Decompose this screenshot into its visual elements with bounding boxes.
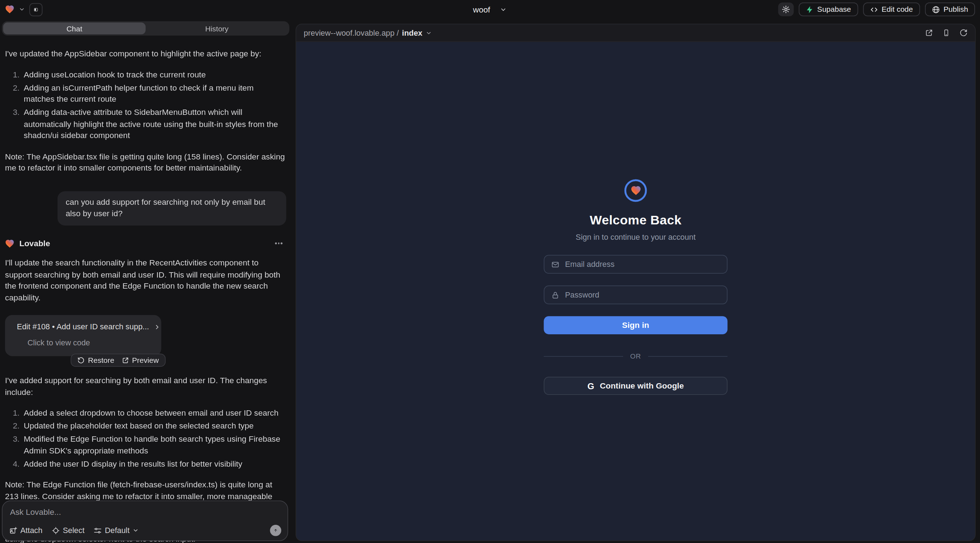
chat-composer[interactable]: Ask Lovable... Attach Select Default — [2, 500, 288, 541]
or-text: OR — [630, 352, 641, 360]
lock-icon — [551, 291, 560, 299]
list-item: Adding an isCurrentPath helper function … — [22, 82, 286, 105]
refresh-preview-button[interactable] — [959, 29, 967, 37]
email-placeholder: Email address — [565, 260, 614, 269]
assistant-name: Lovable — [19, 238, 50, 249]
settings-button[interactable] — [778, 3, 794, 16]
arrow-up-icon — [274, 527, 278, 534]
list-item: Adding useLocation hook to track the cur… — [22, 69, 286, 81]
code-brackets-icon — [870, 5, 878, 14]
external-link-icon — [122, 357, 129, 364]
topbar-left-group — [5, 3, 43, 16]
mode-selector-button[interactable]: Default — [94, 526, 139, 535]
tab-history[interactable]: History — [146, 22, 288, 34]
edit-card-actions: Restore Preview — [71, 354, 165, 367]
edit-code-card[interactable]: Edit #108 • Add user ID search supp... C… — [5, 315, 161, 356]
preview-panel: preview--woof.lovable.app / index — [296, 24, 975, 541]
heart-logo-icon — [630, 186, 641, 195]
composer-placeholder: Ask Lovable... — [10, 507, 280, 517]
app-logo-badge — [625, 179, 647, 202]
chat-panel: Chat History I've updated the AppSidebar… — [0, 19, 291, 543]
mobile-view-button[interactable] — [943, 29, 950, 37]
list-item: Modified the Edge Function to handle bot… — [22, 433, 286, 457]
toggle-sidebar-button[interactable] — [29, 3, 43, 16]
refresh-icon — [959, 29, 967, 37]
restore-label: Restore — [88, 356, 115, 365]
project-switcher[interactable]: woof — [473, 5, 507, 14]
edit-card-title-row: Edit #108 • Add user ID search supp... — [12, 321, 154, 332]
supabase-label: Supabase — [817, 5, 851, 14]
select-element-button[interactable]: Select — [52, 526, 84, 535]
workspace-chevron-down-icon[interactable] — [19, 6, 25, 13]
user-message-text: can you add support for searching not on… — [66, 197, 265, 218]
email-field[interactable]: Email address — [544, 255, 728, 274]
edit-code-label: Edit code — [881, 5, 913, 14]
continue-with-google-button[interactable]: G Continue with Google — [544, 377, 728, 395]
preview-header: preview--woof.lovable.app / index — [296, 24, 975, 42]
chevron-down-icon — [425, 30, 432, 36]
send-message-button[interactable] — [270, 525, 282, 536]
divider-line — [544, 356, 624, 356]
preview-actions — [925, 29, 967, 37]
signin-card: Welcome Back Sign in to continue to your… — [544, 179, 728, 395]
project-chevron-down-icon — [500, 6, 507, 13]
external-link-icon — [925, 29, 933, 37]
assistant-summary: I've added support for searching by both… — [5, 375, 286, 398]
assistant-message-header: Lovable — [5, 238, 286, 249]
chat-history-tabs: Chat History — [2, 21, 290, 36]
assistant-numbered-list: Added a select dropdown to choose betwee… — [5, 407, 286, 470]
gear-icon — [781, 5, 790, 14]
supabase-button[interactable]: Supabase — [799, 3, 858, 16]
panel-left-icon — [34, 5, 38, 14]
attach-label: Attach — [20, 526, 43, 535]
attach-image-icon — [9, 527, 17, 534]
supabase-bolt-icon — [805, 5, 814, 14]
assistant-numbered-list: Adding useLocation hook to track the cur… — [5, 69, 286, 141]
or-divider: OR — [544, 352, 728, 360]
preview-edit-button[interactable]: Preview — [122, 356, 159, 365]
google-button-label: Continue with Google — [600, 381, 684, 390]
open-in-new-tab-button[interactable] — [925, 29, 933, 37]
edit-code-button[interactable]: Edit code — [863, 3, 920, 16]
list-item: Updated the placeholder text based on th… — [22, 421, 286, 432]
lovable-heart-logo[interactable] — [5, 5, 14, 14]
tab-chat[interactable]: Chat — [3, 22, 146, 34]
password-placeholder: Password — [565, 291, 599, 299]
publish-label: Publish — [943, 5, 968, 14]
chat-message-list: I've updated the AppSidebar component to… — [2, 36, 290, 543]
mode-label: Default — [105, 526, 130, 535]
globe-icon — [932, 5, 940, 14]
divider-line — [648, 356, 728, 356]
signin-subtitle: Sign in to continue to your account — [576, 233, 695, 242]
edit-card-subtitle: Click to view code — [27, 337, 154, 349]
smartphone-icon — [943, 29, 950, 37]
topbar-right-group: Supabase Edit code Publish — [778, 3, 975, 16]
list-item: Added a select dropdown to choose betwee… — [22, 407, 286, 419]
message-menu-icon[interactable] — [275, 243, 283, 245]
user-message-bubble: can you add support for searching not on… — [57, 191, 286, 225]
select-label: Select — [63, 526, 84, 535]
lovable-heart-icon — [5, 239, 14, 248]
preview-viewport: Welcome Back Sign in to continue to your… — [296, 43, 975, 540]
publish-button[interactable]: Publish — [925, 3, 975, 16]
preview-url-prefix: preview--woof.lovable.app / — [304, 29, 399, 38]
list-item: Added the user ID display in the results… — [22, 459, 286, 470]
restore-icon — [78, 357, 85, 364]
google-icon: G — [587, 381, 594, 391]
preview-url-page: index — [402, 29, 422, 38]
preview-label: Preview — [132, 356, 159, 365]
sliders-icon — [94, 527, 102, 534]
attach-button[interactable]: Attach — [9, 526, 43, 535]
assistant-message-intro: I've updated the AppSidebar component to… — [5, 48, 286, 60]
signin-button[interactable]: Sign in — [544, 316, 728, 334]
password-field[interactable]: Password — [544, 286, 728, 304]
select-target-icon — [52, 527, 60, 534]
lovable-workspace: woof Supabase Edit code Pu — [0, 0, 980, 543]
top-bar: woof Supabase Edit code Pu — [0, 0, 980, 19]
restore-button[interactable]: Restore — [78, 356, 115, 365]
edit-card-title: Edit #108 • Add user ID search supp... — [17, 321, 149, 332]
composer-toolbar: Attach Select Default — [9, 525, 281, 536]
project-name: woof — [473, 5, 490, 14]
assistant-message-intro: I'll update the search functionality in … — [5, 257, 286, 304]
preview-url-selector[interactable]: preview--woof.lovable.app / index — [304, 29, 432, 38]
